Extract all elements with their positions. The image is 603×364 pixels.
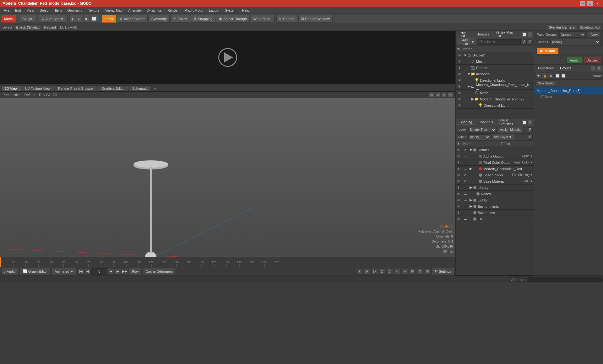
transport-btn-6[interactable]: ⌾ — [394, 268, 400, 275]
shade-arrow[interactable]: ▶ — [469, 185, 473, 190]
transport-btn-10[interactable]: ⊟ — [424, 268, 431, 275]
tree-item-untitled[interactable]: 👁 ▼ 🗂 Untitled* — [456, 52, 534, 58]
transport-btn-5[interactable]: ⟩ — [387, 268, 393, 275]
filter-items-input[interactable] — [478, 39, 521, 45]
s-label-btn[interactable]: S — [528, 135, 533, 140]
graph-editor-button[interactable]: 📈 Graph Editor — [20, 268, 51, 275]
view-select[interactable]: Shader Tree — [468, 127, 497, 133]
add-layer-button[interactable]: Add Layer ▼ — [492, 134, 514, 140]
shade-eye[interactable]: 👁 — [457, 186, 463, 190]
new-pass-group-button[interactable]: New — [588, 31, 600, 38]
shade-item-library[interactable]: 👁 — ▶ Library — [456, 185, 534, 191]
props-icon-1[interactable]: 👁 — [535, 73, 541, 79]
tree-item-mesh2[interactable]: 👁 ⬡ Mesh — [456, 90, 534, 96]
transport-btn-8[interactable]: ⊡ — [409, 268, 416, 275]
shade-arrow[interactable]: ▶ — [469, 204, 473, 208]
tab-item-list[interactable]: Item List — [457, 30, 474, 39]
eye-icon[interactable]: 👁 — [457, 104, 462, 107]
workplane-button[interactable]: WorkPlane — [251, 15, 273, 23]
transport-btn-7[interactable]: ⌁ — [402, 268, 408, 275]
expand-arrow[interactable]: ▶ — [471, 97, 475, 101]
shading-tree[interactable]: 👁 ✓ ▼ Render 👁 — Alpha Output Alpha ▼ — [456, 147, 534, 275]
panel-close-icon[interactable]: ✕ — [528, 32, 533, 37]
props-icon-3[interactable]: ⚙ — [548, 73, 554, 79]
menu-layout[interactable]: Layout — [206, 8, 222, 13]
viewport-settings-button[interactable]: ⊞ — [429, 92, 434, 97]
play-button[interactable]: ▶ — [115, 268, 121, 275]
props-icon-4[interactable]: ⬜ — [554, 73, 560, 79]
panel-expand-icon[interactable]: ⬜ — [522, 32, 527, 37]
play-all-button[interactable]: ▶▶ — [122, 268, 128, 275]
expand-arrow[interactable]: ▼ — [463, 53, 467, 57]
shade-item-alpha[interactable]: 👁 — Alpha Output Alpha ▼ — [456, 153, 534, 159]
shade-item-environments[interactable]: 👁 — ▶ Environments — [456, 203, 534, 210]
assign-material-button[interactable]: Assign Material — [498, 127, 524, 133]
settings-button[interactable]: ⚙ Settings — [432, 268, 454, 275]
alpha-effect-arrow[interactable]: ▼ — [530, 155, 533, 158]
viewport-zoom-button[interactable]: ⊕ — [442, 92, 447, 97]
base-mat-arrow[interactable]: ▼ — [530, 180, 533, 183]
tab-3d-view[interactable]: 3D View — [1, 85, 21, 91]
shade-arrow[interactable]: ▶ — [469, 167, 473, 171]
shade-arrow[interactable]: ▶ — [469, 198, 473, 202]
finalcolor-arrow[interactable]: ▼ — [530, 161, 533, 164]
tree-item-m2modo[interactable]: 👁 ▼ 📁 m2modo — [456, 71, 534, 77]
play-label-button[interactable]: Play — [129, 268, 141, 275]
shade-eye[interactable]: 👁 — [457, 179, 463, 183]
shade-eye[interactable]: 👁 — [457, 173, 463, 177]
shade-eye[interactable]: 👁 — [457, 161, 463, 164]
discard-button[interactable]: Discard — [583, 57, 602, 64]
viewport-look-button[interactable]: ↺ — [435, 92, 440, 97]
menu-render[interactable]: Render — [165, 8, 181, 13]
apply-button[interactable]: Apply — [566, 57, 582, 64]
render-button[interactable]: ▷ Render — [276, 15, 297, 23]
cache-deformers-button[interactable]: Cache Deformers — [143, 268, 176, 275]
shade-eye[interactable]: 👁 — [457, 211, 463, 215]
tree-item-dirlight2[interactable]: 👁 💡 Directional Light — [456, 102, 534, 109]
pass-groups-select[interactable]: (none) — [559, 31, 585, 38]
eye-icon[interactable]: 👁 — [457, 60, 462, 63]
shade-arrow[interactable]: ▼ — [469, 148, 473, 152]
menu-system[interactable]: System — [222, 8, 239, 13]
tab-info-statistics[interactable]: Info & Statistics — [497, 118, 520, 127]
menu-geometry[interactable]: Geometry — [65, 8, 85, 13]
step-back-button[interactable]: ◀ — [84, 268, 91, 275]
select-through-button[interactable]: ◉ Select Through — [216, 15, 249, 23]
props-icon-5[interactable]: ⬜ — [561, 73, 566, 79]
eye-icon[interactable]: 👁 — [457, 53, 462, 57]
tree-item-chandelier-red[interactable]: 👁 ▶ 📁 Modern_Chandelier_Red (2) — [456, 96, 534, 102]
f-label-btn[interactable]: F — [528, 127, 533, 132]
audio-button[interactable]: ♪ Audio — [1, 268, 19, 275]
frame-input[interactable]: 0 — [91, 268, 107, 275]
preview-play-button[interactable] — [218, 48, 237, 67]
transport-btn-4[interactable]: ⟩⟩ — [379, 268, 385, 275]
add-viewport-tab-button[interactable]: + — [152, 86, 158, 91]
edge-mode-button[interactable]: ◇ — [76, 15, 82, 23]
menu-edit[interactable]: Edit — [13, 8, 24, 13]
render-window-button[interactable]: ⊡ Render Window — [298, 15, 333, 23]
eye-icon[interactable]: 👁 — [457, 91, 462, 95]
filter-shade-select[interactable]: (none) — [468, 134, 490, 140]
group-tree-item-chandelier[interactable]: Modern_Chandelier_Red (3) — [534, 87, 603, 94]
transport-btn-1[interactable]: ⟨ — [356, 268, 363, 275]
tab-render-preset[interactable]: Render Preset Browser — [55, 85, 97, 91]
menu-file[interactable]: File — [1, 8, 12, 13]
eye-icon[interactable]: 👁 — [457, 85, 462, 88]
item-mode-button[interactable]: ⬜ — [90, 15, 98, 23]
falloff-button[interactable]: ◎ Falloff — [171, 15, 190, 23]
shade-eye[interactable]: 👁 — [457, 154, 463, 158]
eye-icon[interactable]: 👁 — [457, 72, 462, 76]
menu-animate[interactable]: Animate — [126, 8, 143, 13]
shading-panel-expand-icon[interactable]: ⬜ — [522, 120, 527, 125]
stop-button[interactable]: ■ — [108, 268, 114, 275]
close-button[interactable]: ✕ — [595, 1, 600, 6]
transport-btn-9[interactable]: ⊠ — [417, 268, 423, 275]
shade-eye[interactable]: 👁 — [457, 205, 463, 208]
minimize-button[interactable]: ─ — [580, 1, 585, 6]
menu-select[interactable]: Select — [37, 8, 52, 13]
filter-f-btn[interactable]: F — [528, 40, 533, 45]
shade-eye[interactable]: 👁 — [457, 217, 463, 221]
menu-help[interactable]: Help — [240, 8, 252, 13]
tree-item-camera[interactable]: 👁 📷 Camera — [456, 65, 534, 71]
transport-btn-3[interactable]: ▷ — [372, 268, 378, 275]
